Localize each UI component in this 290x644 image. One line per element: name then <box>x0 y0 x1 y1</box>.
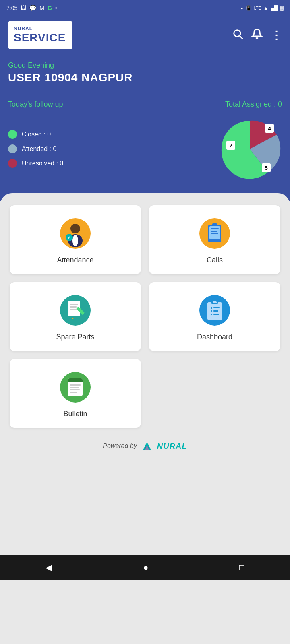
spare-parts-card[interactable]: Spare Parts <box>10 282 141 351</box>
closed-label: Closed : 0 <box>22 131 51 138</box>
greeting-text: Good Evening <box>8 61 282 70</box>
svg-rect-28 <box>213 307 220 308</box>
dashboard-card[interactable]: Dashboard <box>149 282 280 351</box>
photo-icon: 🖼 <box>21 5 26 11</box>
status-left: 7:05 🖼 💬 M G • <box>6 5 57 11</box>
legend-attended: Attended : 0 <box>8 144 63 153</box>
svg-rect-31 <box>211 314 212 315</box>
battery-icon: ▓ <box>280 5 284 11</box>
calls-label: Calls <box>207 256 223 264</box>
back-nav-icon[interactable]: ◀ <box>46 562 52 573</box>
closed-dot <box>8 130 17 139</box>
svg-rect-18 <box>70 306 77 308</box>
svg-rect-38 <box>70 387 79 388</box>
svg-text:✓: ✓ <box>67 235 71 240</box>
svg-rect-11 <box>211 228 219 229</box>
search-icon[interactable] <box>232 28 243 42</box>
app-header: NURAL SERVICE ⋮ <box>0 16 290 57</box>
bluetooth-icon: ⬧ <box>240 5 243 11</box>
svg-rect-40 <box>70 392 77 393</box>
unresolved-dot <box>8 159 17 168</box>
calls-card[interactable]: Calls <box>149 205 280 274</box>
dot-icon: • <box>55 5 57 11</box>
status-right: ⬧ 📳 LTE ▲ ▄█ ▓ <box>240 5 284 11</box>
sms-icon: 💬 <box>29 5 36 11</box>
header-actions: ⋮ <box>232 28 282 42</box>
svg-rect-27 <box>211 307 212 309</box>
dashboard-label: Dashboard <box>197 333 232 341</box>
svg-rect-13 <box>211 233 218 234</box>
svg-rect-12 <box>211 231 217 232</box>
powered-by-text: Powered by <box>103 442 137 450</box>
unresolved-label: Unresolved : 0 <box>22 160 63 167</box>
nural-brand-text: NURAL <box>157 442 187 451</box>
attendance-icon: ✓ <box>59 217 91 250</box>
spare-parts-icon <box>59 294 91 326</box>
wifi-icon: ▲ <box>263 5 268 11</box>
attended-label: Attended : 0 <box>22 145 56 153</box>
svg-rect-29 <box>211 310 212 312</box>
svg-rect-32 <box>213 314 219 315</box>
status-bar: 7:05 🖼 💬 M G • ⬧ 📳 LTE ▲ ▄█ ▓ <box>0 0 290 16</box>
svg-rect-39 <box>70 389 80 390</box>
google-icon: G <box>48 5 52 11</box>
pie-legend: Closed : 0 Attended : 0 Unresolved : 0 <box>8 130 63 168</box>
more-options-icon[interactable]: ⋮ <box>271 29 282 42</box>
svg-rect-36 <box>68 381 83 382</box>
legend-closed: Closed : 0 <box>8 130 63 139</box>
powered-by-footer: Powered by NURAL <box>10 428 280 460</box>
home-nav-icon[interactable]: ● <box>143 562 148 573</box>
svg-rect-10 <box>209 226 220 239</box>
svg-rect-19 <box>70 309 77 310</box>
attendance-card[interactable]: ✓ Attendance <box>10 205 141 274</box>
pie-label-2: 2 <box>226 141 235 150</box>
welcome-section: Good Evening USER 10904 NAGPUR <box>0 57 290 96</box>
pie-label-4: 4 <box>265 124 274 133</box>
followup-section: Today's follow up Total Assigned : 0 Clo… <box>0 96 290 201</box>
logo-box: NURAL SERVICE <box>8 21 72 49</box>
bulletin-icon <box>59 371 91 403</box>
vibrate-icon: 📳 <box>246 5 252 11</box>
cards-row-1: ✓ Attendance <box>10 205 280 274</box>
svg-rect-17 <box>70 304 78 305</box>
lte-icon: LTE <box>254 6 261 10</box>
attendance-label: Attendance <box>57 256 93 264</box>
username-text: USER 10904 NAGPUR <box>8 71 282 84</box>
svg-point-5 <box>72 235 78 246</box>
pie-chart-container: 4 2 5 <box>218 117 282 181</box>
bulletin-label: Bulletin <box>63 410 87 418</box>
signal-icon: ▄█ <box>271 5 278 11</box>
spare-parts-label: Spare Parts <box>56 333 94 341</box>
main-content: ✓ Attendance <box>0 193 290 555</box>
dashboard-icon <box>199 294 231 326</box>
svg-rect-30 <box>213 310 218 312</box>
followup-content: Closed : 0 Attended : 0 Unresolved : 0 4 <box>8 117 282 181</box>
calls-icon <box>199 217 231 250</box>
nural-logo-icon <box>141 440 153 452</box>
time-display: 7:05 <box>6 5 17 11</box>
gmail-icon: M <box>39 5 44 11</box>
svg-point-3 <box>70 224 80 233</box>
logo-nural-text: NURAL <box>14 26 67 31</box>
cards-row-2: Spare Parts <box>10 282 280 351</box>
attended-dot <box>8 144 17 153</box>
nav-bar: ◀ ● □ <box>0 555 290 580</box>
recents-nav-icon[interactable]: □ <box>239 562 244 573</box>
svg-rect-37 <box>70 384 81 386</box>
total-assigned: Total Assigned : 0 <box>225 100 282 109</box>
cards-row-3: Bulletin <box>10 359 280 428</box>
legend-unresolved: Unresolved : 0 <box>8 159 63 168</box>
bulletin-card[interactable]: Bulletin <box>10 359 141 428</box>
followup-title: Today's follow up <box>8 100 63 109</box>
notification-bell-icon[interactable] <box>251 28 263 42</box>
svg-rect-14 <box>212 223 217 226</box>
svg-rect-26 <box>213 301 217 303</box>
svg-line-1 <box>240 36 242 38</box>
logo-service-text: SERVICE <box>14 31 67 44</box>
pie-label-5: 5 <box>262 163 271 172</box>
followup-header: Today's follow up Total Assigned : 0 <box>8 100 282 109</box>
